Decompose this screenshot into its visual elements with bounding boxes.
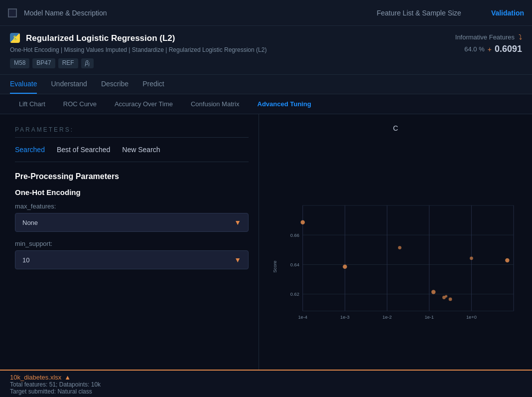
chart-tabs: Lift Chart ROC Curve Accuracy Over Time … bbox=[0, 94, 532, 114]
preprocessing-section-title: Pre-Processing Parameters bbox=[15, 172, 249, 181]
python-icon: 🐍 bbox=[10, 33, 21, 44]
filename: 10k_diabetes.xlsx bbox=[10, 374, 61, 381]
dropdown-arrow-2-icon: ▼ bbox=[234, 256, 241, 264]
informative-pct: 64.0 % bbox=[464, 45, 484, 53]
model-title: Regularized Logistic Regression (L2) bbox=[26, 33, 175, 43]
tag-bp47: BP47 bbox=[32, 58, 55, 68]
tab-best-of-searched[interactable]: Best of Searched bbox=[57, 146, 110, 154]
tab-confusion-matrix[interactable]: Confusion Matrix bbox=[182, 94, 249, 114]
model-name-desc-label: Model Name & Description bbox=[24, 9, 377, 17]
main-content: PARAMETERS: Searched Best of Searched Ne… bbox=[0, 114, 532, 397]
validation-tab[interactable]: Validation bbox=[491, 9, 524, 17]
tag-beta: βi bbox=[81, 58, 94, 68]
chart-c-label: C bbox=[269, 124, 522, 132]
eval-tabs: Evaluate Understand Describe Predict bbox=[0, 75, 532, 94]
chart-area: 1e-4 1e-3 1e-2 1e-1 1e+0 0.66 0.64 0.62 … bbox=[269, 134, 522, 387]
dropdown-arrow-icon: ▼ bbox=[234, 218, 241, 226]
one-hot-encoding-title: One-Hot Encoding bbox=[15, 188, 249, 197]
tab-evaluate[interactable]: Evaluate bbox=[10, 75, 37, 94]
svg-point-20 bbox=[301, 220, 305, 224]
left-panel: PARAMETERS: Searched Best of Searched Ne… bbox=[0, 114, 259, 397]
svg-point-27 bbox=[445, 295, 447, 298]
top-nav: Model Name & Description Feature List & … bbox=[0, 0, 532, 26]
svg-text:1e-3: 1e-3 bbox=[340, 315, 350, 320]
divider-2 bbox=[15, 162, 249, 162]
informative-features-label: Informative Features bbox=[455, 33, 515, 41]
bottom-bar: 10k_diabetes.xlsx ▲ Total features: 51; … bbox=[0, 370, 532, 397]
max-features-dropdown[interactable]: None ▼ bbox=[15, 213, 249, 232]
tab-new-search[interactable]: New Search bbox=[122, 146, 160, 154]
svg-point-22 bbox=[398, 246, 401, 249]
svg-text:1e-4: 1e-4 bbox=[298, 315, 307, 320]
model-checkbox[interactable] bbox=[8, 8, 17, 17]
svg-text:0.64: 0.64 bbox=[290, 262, 299, 267]
parameters-label: PARAMETERS: bbox=[15, 126, 249, 133]
min-support-label: min_support: bbox=[15, 240, 249, 247]
tab-predict[interactable]: Predict bbox=[142, 75, 164, 94]
max-features-label: max_features: bbox=[15, 202, 249, 210]
tab-accuracy-over-time[interactable]: Accuracy Over Time bbox=[106, 94, 182, 114]
svg-point-23 bbox=[470, 257, 473, 260]
model-right-info: Informative Features ⤵ 64.0 % + 0.6091 bbox=[455, 33, 522, 54]
min-support-value: 10 bbox=[22, 256, 29, 264]
search-tabs: Searched Best of Searched New Search bbox=[15, 146, 249, 154]
svg-text:1e+0: 1e+0 bbox=[466, 315, 477, 320]
model-tags: M58 BP47 REF βi bbox=[10, 58, 266, 68]
tab-understand[interactable]: Understand bbox=[51, 75, 87, 94]
add-icon[interactable]: + bbox=[488, 45, 492, 53]
svg-text:0.66: 0.66 bbox=[290, 233, 299, 238]
tab-roc-curve[interactable]: ROC Curve bbox=[54, 94, 106, 114]
svg-point-26 bbox=[449, 298, 452, 301]
tag-ref: REF bbox=[58, 58, 78, 68]
info-icon: ⤵ bbox=[519, 33, 522, 41]
feature-list-label: Feature List & Sample Size bbox=[377, 9, 461, 17]
model-description: One-Hot Encoding | Missing Values Impute… bbox=[10, 46, 266, 54]
right-panel: C 1e-4 1e-3 1e-2 1e-1 bbox=[259, 114, 532, 397]
tab-advanced-tuning[interactable]: Advanced Tuning bbox=[249, 94, 320, 114]
svg-point-24 bbox=[431, 290, 435, 294]
svg-text:0.62: 0.62 bbox=[290, 292, 299, 297]
tab-lift-chart[interactable]: Lift Chart bbox=[10, 94, 54, 114]
bottom-info-1: Total features: 51; Datapoints: 10k bbox=[10, 381, 522, 388]
filename-row: 10k_diabetes.xlsx ▲ bbox=[10, 374, 522, 381]
max-features-value: None bbox=[22, 219, 38, 226]
tab-describe[interactable]: Describe bbox=[101, 75, 129, 94]
svg-point-21 bbox=[343, 265, 347, 269]
scatter-chart: 1e-4 1e-3 1e-2 1e-1 1e+0 0.66 0.64 0.62 … bbox=[269, 134, 522, 387]
svg-text:1e-1: 1e-1 bbox=[424, 315, 434, 320]
model-header: 🐍 Regularized Logistic Regression (L2) O… bbox=[0, 26, 532, 75]
up-arrow-icon: ▲ bbox=[64, 374, 71, 381]
tag-m58: M58 bbox=[10, 58, 29, 68]
min-support-dropdown[interactable]: 10 ▼ bbox=[15, 250, 249, 269]
divider-1 bbox=[15, 137, 249, 138]
svg-text:Score: Score bbox=[272, 261, 277, 273]
svg-text:1e-2: 1e-2 bbox=[383, 315, 392, 320]
model-score: 0.6091 bbox=[495, 44, 522, 54]
svg-point-28 bbox=[505, 258, 509, 262]
bottom-info-2: Target submitted: Natural class bbox=[10, 388, 522, 395]
tab-searched[interactable]: Searched bbox=[15, 146, 45, 154]
